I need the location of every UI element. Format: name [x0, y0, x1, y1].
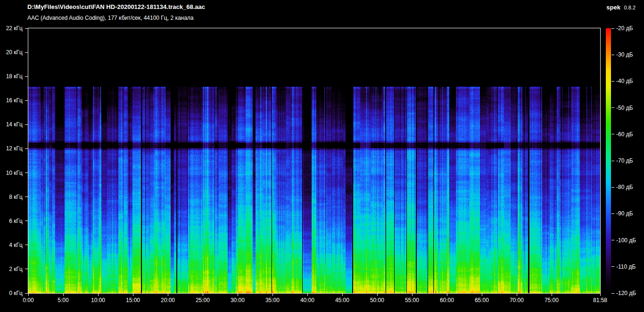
- time-axis-label: 35:00: [257, 297, 288, 304]
- freq-tick: [25, 197, 28, 197]
- time-axis-label: 20:00: [153, 297, 183, 304]
- legend-tick: [611, 266, 614, 267]
- time-tick: [600, 294, 601, 296]
- time-tick: [482, 294, 482, 296]
- legend-tick: [611, 55, 614, 55]
- freq-axis-label: 18 кГц: [0, 73, 23, 80]
- legend-tick: [611, 107, 614, 108]
- freq-tick: [25, 124, 28, 125]
- time-tick: [517, 294, 517, 296]
- legend-label: -40 дБ: [616, 78, 633, 84]
- freq-tick: [25, 172, 28, 173]
- legend-tick: [611, 293, 614, 294]
- time-axis-label: 5:00: [48, 297, 78, 304]
- time-axis-label: 15:00: [118, 297, 148, 304]
- time-tick: [412, 294, 413, 296]
- legend-tick: [611, 240, 614, 240]
- time-axis-label: 50:00: [362, 297, 392, 304]
- freq-axis-label: 12 кГц: [0, 145, 23, 152]
- freq-tick: [25, 100, 28, 101]
- freq-tick: [25, 269, 28, 269]
- time-tick: [447, 294, 447, 296]
- legend-label: -60 дБ: [616, 131, 633, 138]
- freq-axis-label: 2 кГц: [0, 266, 23, 272]
- time-axis-label: 60:00: [432, 297, 462, 304]
- time-tick: [342, 294, 343, 296]
- freq-tick: [25, 52, 28, 53]
- legend-tick: [611, 81, 614, 82]
- legend-label: -50 дБ: [616, 105, 633, 111]
- freq-tick: [25, 293, 28, 294]
- legend-tick: [611, 161, 614, 161]
- freq-axis-label: 6 кГц: [0, 218, 23, 224]
- legend-label: -120 дБ: [616, 290, 636, 296]
- time-tick: [63, 294, 64, 296]
- freq-tick: [25, 28, 28, 29]
- time-axis-label: 70:00: [502, 297, 532, 304]
- file-path-title: D:\MyFiles\Videos\cut\FAN HD-20200122-18…: [27, 3, 205, 10]
- audio-format-info: AAC (Advanced Audio Coding), 177 кбит/се…: [27, 15, 194, 21]
- legend-label: -80 дБ: [616, 184, 633, 190]
- app-name: spek: [606, 4, 620, 11]
- legend-tick: [611, 28, 614, 29]
- freq-axis-label: 20 кГц: [0, 49, 23, 56]
- freq-axis-label: 16 кГц: [0, 97, 23, 104]
- time-axis-label: 75:00: [537, 297, 567, 304]
- time-tick: [377, 294, 378, 296]
- legend-tick: [611, 213, 614, 214]
- time-tick: [203, 294, 203, 296]
- freq-axis-label: 8 кГц: [0, 194, 23, 200]
- freq-axis-label: 4 кГц: [0, 242, 23, 248]
- spek-window: { "header": { "title": "D:\\MyFiles\\Vid…: [0, 0, 644, 312]
- app-version: 0.8.2: [624, 5, 636, 10]
- freq-tick: [25, 148, 28, 149]
- legend-tick: [611, 134, 614, 134]
- time-axis-label: 81:58: [585, 297, 615, 304]
- time-axis-label: 65:00: [467, 297, 497, 304]
- freq-axis-label: 0 кГц: [0, 290, 23, 296]
- time-tick: [272, 294, 273, 296]
- freq-tick: [25, 221, 28, 221]
- time-tick: [133, 294, 133, 296]
- time-tick: [98, 294, 99, 296]
- legend-label: -70 дБ: [616, 157, 633, 164]
- legend-label: -100 дБ: [616, 237, 636, 244]
- legend-label: -30 дБ: [616, 51, 633, 58]
- freq-axis-label: 14 кГц: [0, 121, 23, 128]
- time-axis-label: 25:00: [188, 297, 218, 304]
- time-tick: [238, 294, 238, 296]
- time-tick: [552, 294, 552, 296]
- time-axis-label: 45:00: [327, 297, 357, 304]
- freq-tick: [25, 245, 28, 245]
- freq-axis-label: 10 кГц: [0, 170, 23, 176]
- legend-label: -90 дБ: [616, 210, 633, 217]
- time-tick: [168, 294, 168, 296]
- time-axis-label: 40:00: [292, 297, 322, 304]
- time-tick: [307, 294, 308, 296]
- legend-colorbar: [606, 28, 611, 293]
- time-axis-label: 30:00: [223, 297, 253, 304]
- freq-axis-label: 22 кГц: [0, 25, 23, 32]
- time-axis-label: 0:00: [13, 297, 43, 304]
- time-axis-label: 10:00: [83, 297, 113, 304]
- app-brand: spek 0.8.2: [606, 4, 636, 11]
- time-axis-label: 55:00: [397, 297, 427, 304]
- time-tick: [28, 294, 29, 296]
- legend-tick: [611, 187, 614, 188]
- spectrogram-plot: [28, 28, 601, 294]
- legend-label: -20 дБ: [616, 25, 633, 32]
- spectrogram-canvas: [28, 28, 600, 293]
- freq-tick: [25, 76, 28, 77]
- legend-label: -110 дБ: [616, 263, 636, 270]
